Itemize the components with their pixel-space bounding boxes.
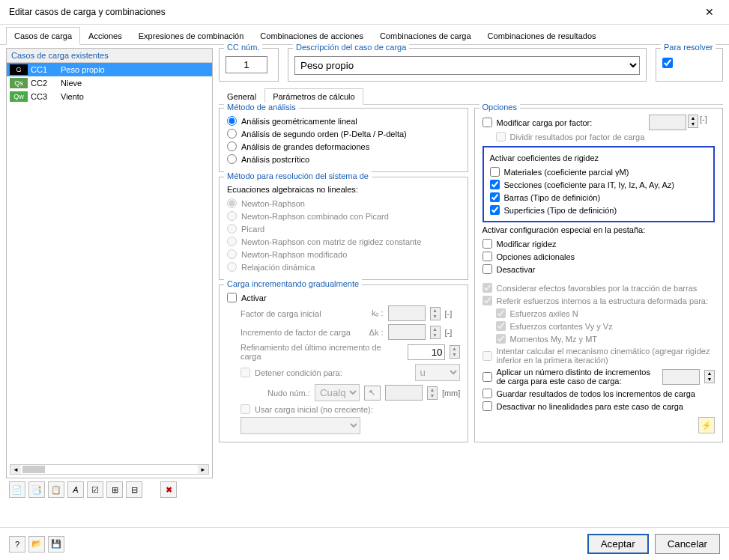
check-bar[interactable]: Barras (Tipo de definición): [490, 191, 708, 204]
check-sp1[interactable]: Modificar rigidez: [483, 237, 716, 250]
desc-select[interactable]: Peso propio: [294, 56, 640, 75]
open-button[interactable]: 📂: [28, 536, 45, 553]
case-id: CC1: [31, 65, 61, 74]
initial-select-row: [241, 416, 460, 436]
check-sec[interactable]: Secciones (coeficiente para IT, Iy, Iz, …: [490, 178, 708, 191]
initial-select: [241, 417, 360, 434]
check-fav: Considerar efectos favorables por la tra…: [483, 281, 716, 294]
row-dk: Incremento de factor de cargaΔk : ▲▼[-]: [241, 323, 460, 341]
node-val-input: [385, 385, 423, 401]
solve-group: Para resolver: [656, 48, 723, 82]
row-nudo: Nudo núm.: Cualqui ↖ ▲▼ [mm]: [241, 383, 460, 403]
check-mat[interactable]: Materiales (coeficiente parcial γM): [490, 165, 708, 178]
radio-lineal[interactable]: Análisis geométricamente lineal: [227, 115, 460, 127]
check-divide: Dividir resultados por factor de carga: [496, 130, 716, 143]
check-surf[interactable]: Superficies (Tipo de definición): [490, 204, 708, 216]
radio-nr-mod: Newton-Raphson modificado: [227, 248, 460, 261]
cases-list-panel: Casos de carga existentes G CC1 Peso pro…: [6, 48, 213, 478]
cases-list-header: Casos de carga existentes: [7, 49, 212, 63]
solver-group: Método para resolución del sistema de Ec…: [219, 177, 468, 280]
incremental-group: Carga incrementando gradualmente Activar…: [219, 284, 468, 442]
check-mod-factor[interactable]: [483, 118, 492, 127]
cancel-button[interactable]: Cancelar: [655, 534, 720, 554]
btn7[interactable]: ⊟: [126, 481, 142, 498]
analysis-method-group: Método de análisis Análisis geométricame…: [219, 108, 468, 172]
options-legend: Opciones: [480, 103, 520, 112]
case-name: Nieve: [61, 79, 82, 88]
case-row-cc3[interactable]: Qw CC3 Viento: [7, 90, 212, 103]
stiff-title: Activar coeficientes de rigidez: [490, 153, 708, 162]
check-sp2[interactable]: Opciones adicionales: [483, 250, 716, 263]
cc-num-label: CC núm.: [224, 43, 262, 52]
solve-check[interactable]: [662, 58, 673, 68]
radio-pdelta[interactable]: Análisis de segundo orden (P-Delta / P-d…: [227, 127, 460, 140]
radio-postcritico[interactable]: Análisis postcrítico: [227, 153, 460, 165]
solver-legend: Método para resolución del sistema de: [224, 171, 372, 180]
close-icon[interactable]: ✕: [699, 6, 720, 18]
btn6[interactable]: ⊞: [106, 481, 123, 498]
cases-toolbar: 📄 📑 📋 A ☑ ⊞ ⊟ ✖: [6, 478, 213, 501]
case-name: Viento: [61, 92, 84, 101]
btn3[interactable]: 📋: [48, 481, 64, 498]
solve-label: Para resolver: [661, 43, 716, 52]
btn5[interactable]: ☑: [87, 481, 103, 498]
check-apply[interactable]: Aplicar un número distinto de incremento…: [483, 366, 716, 387]
case-row-cc1[interactable]: G CC1 Peso propio: [7, 63, 212, 76]
stop-select: u: [415, 364, 460, 381]
tab-acciones[interactable]: Acciones: [80, 27, 130, 45]
solver-subhead: Ecuaciones algebraicas no lineales:: [227, 185, 460, 194]
special-title: Activar configuración especial en la pes…: [483, 225, 716, 234]
cc-num-input[interactable]: [226, 56, 267, 73]
radio-nr: Newton-Raphson: [227, 197, 460, 210]
radio-nr-const: Newton-Raphson con matriz de rigidez con…: [227, 235, 460, 248]
case-id: CC2: [31, 79, 61, 88]
window-title: Editar casos de carga y combinaciones: [9, 7, 166, 17]
stiffness-highlight-box: Activar coeficientes de rigidez Material…: [483, 146, 716, 222]
row-k0: Factor de carga inicialk₀ : ▲▼[-]: [241, 304, 460, 323]
k0-input: [388, 305, 426, 321]
case-tag: Qs: [10, 78, 28, 88]
check-save[interactable]: Guardar resultados de todos los incremen…: [483, 387, 716, 400]
cases-hscrollbar[interactable]: ◄►: [10, 464, 209, 475]
flash-icon[interactable]: ⚡: [698, 417, 715, 433]
check-initial: Usar carga inicial (no creciente):: [241, 403, 460, 416]
incremental-legend: Carga incrementando gradualmente: [224, 279, 362, 288]
help-button[interactable]: ?: [9, 536, 25, 553]
tab-comb-resultados[interactable]: Combinaciones de resultados: [480, 27, 605, 45]
desc-label: Descripción del caso de carga: [293, 43, 409, 52]
check-refer: Referir esfuerzos internos a la estructu…: [483, 294, 716, 307]
node-select: Cualqui: [315, 384, 360, 401]
analysis-legend: Método de análisis: [224, 103, 299, 112]
pick-node-icon: ↖: [364, 386, 381, 401]
case-tag: Qw: [10, 91, 28, 102]
radio-relaj: Relajación dinámica: [227, 261, 460, 273]
case-name: Peso propio: [61, 65, 105, 74]
copy-case-button[interactable]: 📑: [28, 481, 45, 498]
delete-case-button[interactable]: ✖: [160, 481, 177, 498]
case-row-cc2[interactable]: Qs CC2 Nieve: [7, 76, 212, 90]
check-ref1: Esfuerzos axiles N: [496, 307, 716, 320]
case-id: CC3: [31, 92, 61, 101]
check-ref3: Momentos My, Mz y MT: [496, 332, 716, 345]
ok-button[interactable]: Aceptar: [587, 534, 649, 554]
refine-input[interactable]: [408, 344, 445, 360]
check-stop: Detener condición para: u: [241, 362, 460, 383]
tab-casos-de-carga[interactable]: Casos de carga: [6, 27, 80, 45]
case-tag: G: [10, 64, 28, 75]
cc-num-group: CC núm.: [219, 48, 279, 82]
check-ref2: Esfuerzos cortantes Vy y Vz: [496, 320, 716, 332]
check-kinem: Intentar calcular el mecanismo cinemátic…: [483, 345, 716, 366]
new-case-button[interactable]: 📄: [9, 481, 25, 498]
radio-grandes[interactable]: Análisis de grandes deformaciones: [227, 140, 460, 153]
radio-picard: Picard: [227, 222, 460, 235]
row-refine: Refinamiento del último incremento de ca…: [241, 341, 460, 362]
save-button[interactable]: 💾: [48, 536, 64, 553]
btn4[interactable]: A: [67, 481, 84, 498]
desc-group: Descripción del caso de carga Peso propi…: [288, 48, 647, 82]
check-sp3[interactable]: Desactivar: [483, 263, 716, 276]
apply-num-input: [662, 369, 700, 385]
options-group: Opciones Modificar carga por factor: ▲▼[…: [474, 108, 724, 442]
check-activar[interactable]: Activar: [227, 291, 460, 304]
dk-input: [388, 324, 426, 340]
check-deact[interactable]: Desactivar no linealidades para este cas…: [483, 400, 716, 413]
